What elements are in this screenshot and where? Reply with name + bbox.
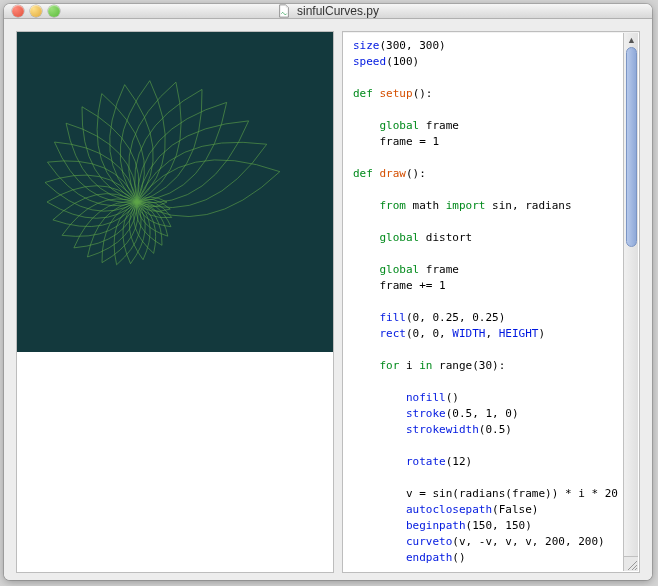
vertical-scrollbar[interactable]: ▲: [623, 33, 638, 556]
svg-line-2: [635, 568, 637, 570]
preview-empty-area: [17, 352, 333, 572]
preview-pane: [16, 31, 334, 573]
scroll-up-arrow-icon[interactable]: ▲: [624, 33, 639, 47]
scrollbar-thumb[interactable]: [626, 47, 637, 247]
app-window: sinfulCurves.py size(300, 300) speed(100…: [4, 4, 652, 580]
window-title: sinfulCurves.py: [297, 4, 379, 18]
zoom-button[interactable]: [48, 5, 60, 17]
code-pane: size(300, 300) speed(100) def setup(): g…: [342, 31, 640, 573]
generated-graphic: [17, 32, 333, 352]
resize-grip[interactable]: [623, 556, 638, 571]
window-title-group: sinfulCurves.py: [12, 4, 644, 18]
resize-grip-icon: [624, 557, 639, 572]
content-area: size(300, 300) speed(100) def setup(): g…: [4, 19, 652, 580]
close-button[interactable]: [12, 5, 24, 17]
titlebar[interactable]: sinfulCurves.py: [4, 4, 652, 19]
traffic-lights: [12, 5, 60, 17]
canvas-output: [17, 32, 333, 352]
document-icon: [277, 4, 291, 18]
minimize-button[interactable]: [30, 5, 42, 17]
code-editor[interactable]: size(300, 300) speed(100) def setup(): g…: [343, 32, 639, 572]
